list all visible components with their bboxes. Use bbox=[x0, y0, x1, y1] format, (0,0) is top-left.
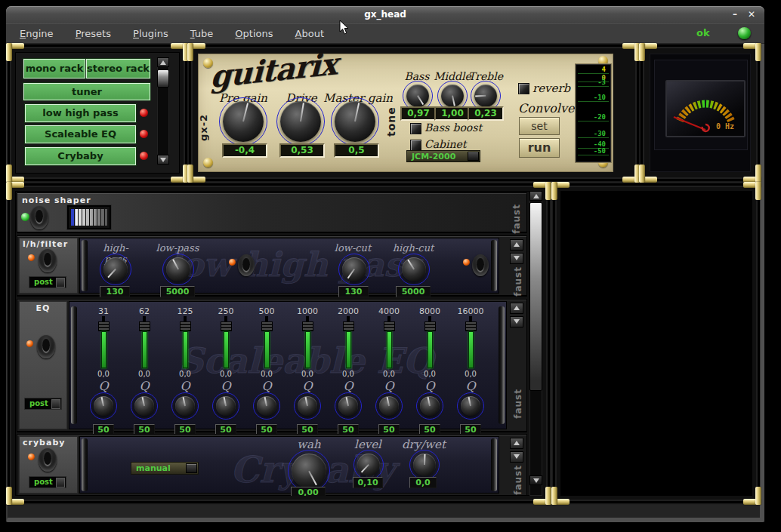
band-gain-slider[interactable] bbox=[424, 321, 436, 331]
low-pass-knob[interactable] bbox=[162, 254, 194, 285]
plugin-button-crybaby[interactable]: Crybaby bbox=[25, 147, 136, 165]
band-q-label: Q bbox=[328, 379, 369, 392]
noise-level-display[interactable] bbox=[67, 205, 111, 229]
menu-item-plugins[interactable]: Plugins bbox=[128, 26, 173, 41]
combo-handle-icon[interactable] bbox=[468, 152, 479, 161]
band-q-knob[interactable] bbox=[212, 392, 239, 420]
bass-boost-label: Bass boost bbox=[424, 121, 482, 134]
high-cut-knob[interactable] bbox=[398, 254, 430, 285]
band-gain-slider[interactable] bbox=[221, 321, 232, 331]
high-pass-knob[interactable] bbox=[100, 254, 131, 285]
scroll-up-icon[interactable] bbox=[157, 57, 169, 67]
band-q-knob[interactable] bbox=[90, 392, 117, 420]
band-slider-track[interactable] bbox=[101, 331, 106, 368]
band-slider-track[interactable] bbox=[468, 331, 474, 368]
convolver-set-button[interactable]: set bbox=[519, 117, 560, 135]
unit-noise-shaper: noise shaper faust bbox=[17, 192, 527, 232]
band-q-knob[interactable] bbox=[375, 392, 403, 420]
band-q-knob[interactable] bbox=[416, 392, 443, 420]
band-q-knob[interactable] bbox=[253, 392, 280, 420]
wah-knob[interactable] bbox=[288, 450, 330, 492]
minimize-button[interactable]: – bbox=[728, 8, 742, 21]
band-gain-slider[interactable] bbox=[261, 321, 273, 331]
lh-filter-position-select[interactable]: post bbox=[29, 276, 66, 288]
band-q-knob[interactable] bbox=[335, 392, 362, 420]
wah-mode-select[interactable]: manual bbox=[131, 462, 199, 475]
lh-section-toggle-2[interactable] bbox=[472, 254, 489, 276]
band-gain-slider[interactable] bbox=[302, 321, 313, 331]
unit-power-led bbox=[28, 454, 35, 460]
band-q-knob[interactable] bbox=[131, 392, 158, 420]
plugin-list-scrollbar[interactable] bbox=[157, 57, 169, 165]
engine-power-led[interactable] bbox=[738, 27, 751, 39]
gold-corner-icon bbox=[743, 43, 761, 61]
rack-scrollbar[interactable] bbox=[529, 191, 542, 496]
drive-knob[interactable] bbox=[276, 97, 325, 146]
stereo-rack-button[interactable]: stereo rack bbox=[86, 59, 150, 78]
menu-item-options[interactable]: Options bbox=[230, 26, 277, 41]
tuner-meter: 0 Hz bbox=[665, 80, 746, 137]
eq-power-toggle[interactable] bbox=[37, 335, 55, 358]
eq-band-31: 31 0,0 Q 50 bbox=[83, 303, 124, 431]
band-gain-slider[interactable] bbox=[343, 321, 354, 331]
lh-section-toggle[interactable] bbox=[238, 254, 255, 276]
band-q-knob[interactable] bbox=[171, 392, 199, 420]
unit-collapse-button[interactable] bbox=[510, 451, 523, 463]
unit-expand-button[interactable] bbox=[510, 239, 523, 251]
band-q-knob[interactable] bbox=[294, 392, 321, 420]
menu-item-presets[interactable]: Presets bbox=[71, 26, 116, 41]
noise-shaper-power-toggle[interactable] bbox=[30, 206, 48, 229]
combo-handle-icon[interactable] bbox=[186, 463, 197, 473]
scroll-down-icon[interactable] bbox=[529, 475, 542, 485]
scrollbar-thumb[interactable] bbox=[157, 69, 169, 88]
scrollbar-thumb[interactable] bbox=[529, 202, 542, 391]
meter-tick: -10 bbox=[578, 94, 609, 102]
band-gain-slider[interactable] bbox=[139, 321, 150, 331]
cabinet-checkbox[interactable] bbox=[410, 140, 421, 151]
convolver-run-button[interactable]: run bbox=[519, 138, 560, 158]
band-slider-track[interactable] bbox=[346, 331, 351, 368]
band-slider-track[interactable] bbox=[428, 331, 433, 368]
band-slider-track[interactable] bbox=[224, 331, 229, 368]
unit-expand-button[interactable] bbox=[510, 438, 523, 449]
menu-item-tube[interactable]: Tube bbox=[186, 26, 218, 41]
menu-item-about[interactable]: About bbox=[291, 26, 329, 41]
band-slider-track[interactable] bbox=[183, 331, 188, 368]
reverb-checkbox[interactable] bbox=[518, 83, 529, 94]
pregain-knob[interactable] bbox=[219, 97, 267, 146]
band-q-knob[interactable] bbox=[457, 392, 484, 420]
menu-item-engine[interactable]: Engine bbox=[15, 26, 58, 41]
mastergain-knob[interactable] bbox=[331, 97, 379, 146]
band-gain-slider[interactable] bbox=[98, 321, 110, 331]
low-cut-knob[interactable] bbox=[338, 254, 370, 285]
unit-collapse-button[interactable] bbox=[510, 253, 523, 264]
band-slider-track[interactable] bbox=[142, 331, 147, 368]
cabinet-select[interactable]: JCM-2000 bbox=[406, 150, 480, 162]
dry-wet-knob[interactable] bbox=[409, 450, 440, 480]
plugin-button-scaleable-eq[interactable]: Scaleable EQ bbox=[25, 125, 136, 143]
crybaby-power-toggle[interactable] bbox=[39, 448, 57, 472]
band-gain-slider[interactable] bbox=[180, 321, 191, 331]
output-level-meter: 4 0 -3 -10 -20 -30 -40 -50 bbox=[576, 64, 611, 162]
eq-position-select[interactable]: post bbox=[24, 398, 62, 410]
bass-boost-checkbox[interactable] bbox=[410, 123, 421, 134]
band-slider-track[interactable] bbox=[264, 331, 270, 368]
lh-filter-power-toggle[interactable] bbox=[39, 249, 57, 272]
band-gain-slider[interactable] bbox=[465, 321, 477, 331]
level-knob[interactable] bbox=[353, 450, 384, 480]
tuner-button[interactable]: tuner bbox=[23, 83, 150, 100]
treble-value: 0,23 bbox=[468, 106, 504, 121]
plugin-button-low-high-pass[interactable]: low high pass bbox=[25, 104, 136, 122]
close-button[interactable]: ✕ bbox=[745, 8, 758, 21]
band-slider-track[interactable] bbox=[305, 331, 310, 368]
cabinet-select-value: JCM-2000 bbox=[412, 152, 455, 161]
unit-collapse-button[interactable] bbox=[510, 316, 523, 328]
band-gain-slider[interactable] bbox=[384, 321, 395, 331]
scroll-down-icon[interactable] bbox=[157, 155, 169, 165]
band-slider-track[interactable] bbox=[387, 331, 392, 368]
crybaby-position-select[interactable]: post bbox=[29, 476, 66, 488]
plugin-selector-panel: mono rack stereo rack tuner low high pas… bbox=[8, 45, 187, 181]
unit-expand-button[interactable] bbox=[510, 303, 523, 314]
titlebar[interactable]: gx_head – ✕ bbox=[6, 6, 764, 23]
mono-rack-button[interactable]: mono rack bbox=[23, 59, 85, 78]
